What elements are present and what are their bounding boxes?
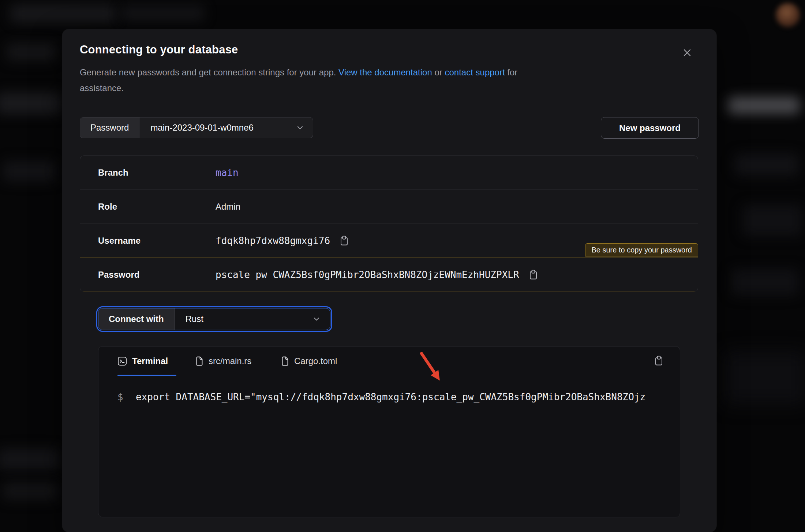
close-icon: [682, 47, 693, 58]
table-row-password: Password pscale_pw_CWAZ5Bsf0gPMibr2OBaSh…: [80, 258, 698, 292]
background-sidebar-item: [7, 43, 56, 61]
tab-label: Terminal: [132, 356, 168, 366]
role-value: Admin: [216, 202, 240, 212]
modal-description: Generate new passwords and get connectio…: [80, 64, 651, 96]
chevron-down-icon: [312, 315, 321, 323]
file-icon: [281, 356, 289, 366]
background-panel: [742, 205, 802, 236]
copy-password-tooltip: Be sure to copy your password: [585, 243, 698, 256]
terminal-command-line: $ export DATABASE_URL="mysql://fdqk8hp7d…: [98, 390, 680, 404]
terminal-icon: [117, 356, 127, 366]
password-dropdown-value: main-2023-09-01-w0mne6: [150, 123, 253, 133]
copy-password-button[interactable]: [529, 269, 538, 280]
password-value: pscale_pw_CWAZ5Bsf0gPMibr2OBaShxBN8ZOjzE…: [216, 269, 519, 280]
clipboard-icon: [654, 355, 664, 366]
code-panel-tabbar: Terminal src/main.rs Cargo.toml: [98, 346, 680, 376]
new-password-button[interactable]: New password: [601, 117, 699, 139]
table-row-role: Role Admin: [80, 190, 698, 224]
connect-with-label: Connect with: [98, 308, 175, 330]
tab-cargo-toml[interactable]: Cargo.toml: [281, 346, 337, 376]
row-label: Username: [98, 236, 141, 246]
table-row-branch: Branch main: [80, 156, 698, 190]
background-sidebar-item: [0, 449, 60, 470]
row-label: Branch: [98, 168, 128, 178]
close-button[interactable]: [681, 46, 694, 59]
background-button: [727, 97, 800, 114]
clipboard-icon: [529, 269, 538, 280]
background-panel: [731, 269, 799, 295]
chevron-down-icon: [296, 124, 304, 132]
background-panel: [735, 154, 799, 176]
row-label: Password: [98, 270, 139, 280]
description-text: for: [505, 67, 518, 77]
app-logo: [10, 4, 116, 23]
connection-details-table: Branch main Role Admin Username fdqk8hp7…: [80, 156, 698, 292]
row-label: Role: [98, 202, 117, 212]
password-dropdown-label: Password: [80, 117, 139, 138]
description-text: Generate new passwords and get connectio…: [80, 67, 338, 77]
description-text: assistance.: [80, 83, 124, 93]
background-sidebar-item: [3, 482, 58, 500]
branch-value: main: [216, 167, 239, 178]
connect-with-value: Rust: [186, 314, 203, 324]
file-icon: [195, 356, 203, 366]
copy-command-button[interactable]: [654, 355, 664, 367]
background-sidebar-item: [3, 161, 56, 181]
terminal-prompt: $: [117, 391, 123, 402]
nav-breadcrumb: [121, 5, 205, 21]
connect-database-modal: Connecting to your database Generate new…: [62, 29, 716, 532]
connect-with-dropdown[interactable]: Connect with Rust: [98, 308, 330, 330]
background-sidebar-item: [0, 92, 62, 114]
tab-src-main-rs[interactable]: src/main.rs: [195, 346, 251, 376]
active-tab-indicator: [117, 375, 176, 376]
tab-terminal[interactable]: Terminal: [117, 346, 168, 376]
tab-label: Cargo.toml: [294, 356, 337, 366]
tab-label: src/main.rs: [209, 356, 251, 366]
password-dropdown[interactable]: Password main-2023-09-01-w0mne6: [80, 117, 313, 138]
background-panel: [724, 351, 805, 404]
copy-username-button[interactable]: [340, 235, 349, 246]
description-text: or: [432, 67, 445, 77]
contact-support-link[interactable]: contact support: [445, 67, 505, 77]
avatar: [776, 3, 800, 27]
modal-title: Connecting to your database: [80, 43, 238, 56]
clipboard-icon: [340, 235, 349, 246]
terminal-command: export DATABASE_URL="mysql://fdqk8hp7dxw…: [136, 391, 645, 402]
username-value: fdqk8hp7dxw88gmxgi76: [216, 235, 330, 246]
view-documentation-link[interactable]: View the documentation: [338, 67, 432, 77]
code-panel: Terminal src/main.rs Cargo.toml: [98, 346, 680, 517]
